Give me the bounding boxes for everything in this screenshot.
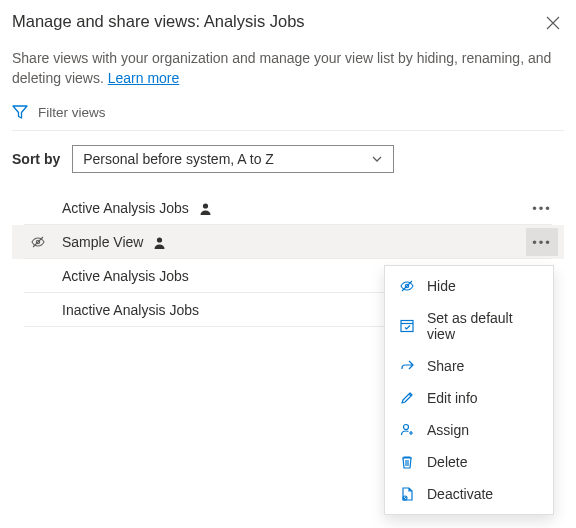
menu-item-hide[interactable]: Hide	[385, 270, 553, 302]
menu-item-delete[interactable]: Delete	[385, 446, 553, 478]
filter-views-link[interactable]: Filter views	[12, 104, 564, 120]
menu-item-edit-info[interactable]: Edit info	[385, 382, 553, 414]
sort-label: Sort by	[12, 151, 60, 167]
menu-item-label: Share	[427, 358, 464, 374]
set-default-icon	[399, 318, 415, 334]
more-icon: •••	[532, 202, 552, 215]
person-icon	[199, 202, 212, 215]
more-button[interactable]: •••	[526, 228, 558, 256]
close-button[interactable]	[542, 12, 564, 37]
panel-title: Manage and share views: Analysis Jobs	[12, 12, 305, 31]
deactivate-icon	[399, 486, 415, 502]
view-row[interactable]: Active Analysis Jobs •••	[12, 191, 564, 225]
menu-item-label: Set as default view	[427, 310, 539, 342]
assign-icon	[399, 422, 415, 438]
more-icon: •••	[532, 236, 552, 249]
edit-icon	[399, 390, 415, 406]
learn-more-link[interactable]: Learn more	[108, 70, 180, 86]
menu-item-label: Assign	[427, 422, 469, 438]
view-row[interactable]: Sample View •••	[12, 225, 564, 259]
panel-header: Manage and share views: Analysis Jobs	[12, 12, 564, 37]
more-button[interactable]: •••	[526, 194, 558, 222]
view-name: Inactive Analysis Jobs	[62, 302, 199, 318]
menu-item-label: Edit info	[427, 390, 478, 406]
view-name: Active Analysis Jobs	[62, 268, 189, 284]
menu-item-share[interactable]: Share	[385, 350, 553, 382]
filter-label: Filter views	[38, 105, 106, 120]
context-menu: Hide Set as default view Share Edit info…	[384, 265, 554, 515]
chevron-down-icon	[371, 153, 383, 165]
sort-row: Sort by Personal before system, A to Z	[12, 145, 564, 173]
view-name: Sample View	[62, 234, 143, 250]
sort-selected-value: Personal before system, A to Z	[83, 151, 274, 167]
description-text: Share views with your organization and m…	[12, 50, 551, 86]
filter-icon	[12, 104, 28, 120]
person-icon	[153, 236, 166, 249]
view-name: Active Analysis Jobs	[62, 200, 189, 216]
menu-item-label: Deactivate	[427, 486, 493, 502]
delete-icon	[399, 454, 415, 470]
svg-line-10	[404, 497, 407, 500]
hide-icon	[399, 278, 415, 294]
menu-item-deactivate[interactable]: Deactivate	[385, 478, 553, 510]
sort-select[interactable]: Personal before system, A to Z	[72, 145, 394, 173]
svg-rect-6	[401, 321, 413, 332]
menu-item-label: Hide	[427, 278, 456, 294]
svg-point-0	[203, 203, 208, 208]
close-icon	[546, 16, 560, 30]
menu-item-set-default[interactable]: Set as default view	[385, 302, 553, 350]
panel-description: Share views with your organization and m…	[12, 49, 564, 88]
svg-point-3	[157, 237, 162, 242]
hidden-icon	[30, 234, 46, 250]
menu-item-label: Delete	[427, 454, 467, 470]
share-icon	[399, 358, 415, 374]
svg-point-8	[404, 425, 409, 430]
divider	[12, 130, 564, 131]
menu-item-assign[interactable]: Assign	[385, 414, 553, 446]
